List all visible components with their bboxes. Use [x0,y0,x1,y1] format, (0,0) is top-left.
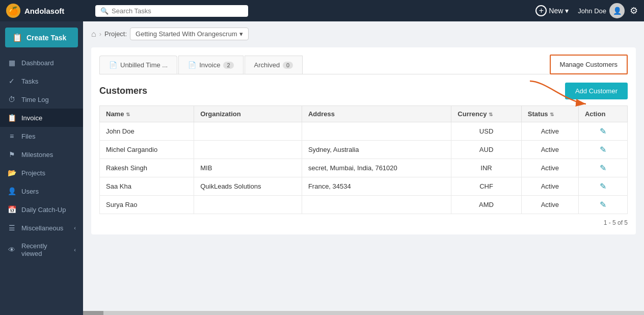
dashboard-icon: ▦ [7,59,16,67]
plus-circle-icon: + [535,5,547,16]
sidebar-item-timelog[interactable]: ⏱ Time Log [0,90,83,109]
cell-name: Rakesh Singh [100,159,194,177]
brand-logo-area: 🍊 Andolasoft [6,4,89,18]
edit-icon[interactable]: ✎ [600,164,606,172]
top-navigation: 🍊 Andolasoft 🔍 + New ▾ John Doe 👤 ⚙ [0,0,644,21]
scrollbar-thumb[interactable] [83,311,103,315]
cell-currency: AMD [451,196,522,214]
sidebar-item-label: Milestones [21,151,76,159]
cell-name: Saa Kha [100,177,194,196]
table-row: Surya Rao AMD Active ✎ [100,196,628,214]
cell-status: Active [521,122,578,141]
cell-action: ✎ [578,159,627,177]
dailycatchup-icon: 📅 [7,205,16,214]
table-header-row: Name ⇅ Organization Address Currency ⇅ S… [100,106,628,122]
brand-name: Andolasoft [24,7,64,15]
sidebar-item-files[interactable]: ≡ Files [0,127,83,145]
sidebar-item-label: Invoice [21,114,76,122]
tab-invoice[interactable]: 📄 Invoice 2 [178,56,243,74]
sidebar-item-label: Tasks [21,77,76,85]
search-icon: 🔍 [100,7,109,15]
cell-status: Active [521,196,578,214]
new-label: New [549,7,563,15]
add-customer-label: Add Customer [575,87,618,95]
cell-organization: MIB [194,159,302,177]
sidebar-item-dailycatchup[interactable]: 📅 Daily Catch-Up [0,200,83,219]
content-card: 📄 Unbilled Time ... 📄 Invoice 2 Archived… [91,47,636,234]
invoice-tab-icon: 📄 [188,61,196,69]
main-content: ⌂ › Project: Getting Started With Orange… [83,21,644,315]
add-customer-button[interactable]: Add Customer [565,83,628,99]
sidebar-item-label: Time Log [21,96,76,103]
search-input[interactable] [112,7,243,15]
tab-label: Invoice [199,61,220,69]
cell-organization: QuikLeads Solutions [194,177,302,196]
table-row: Saa Kha QuikLeads Solutions France, 3453… [100,177,628,196]
edit-icon[interactable]: ✎ [600,145,606,154]
manage-customers-button[interactable]: Manage Customers [550,55,628,74]
sidebar-item-invoice[interactable]: 📋 Invoice [0,109,83,127]
brand-icon: 🍊 [6,4,20,18]
section-title: Customers [99,86,147,96]
sidebar-item-label: Dashboard [21,59,76,67]
sidebar-item-label: Users [21,188,76,195]
breadcrumb: ⌂ › Project: Getting Started With Orange… [91,28,636,40]
home-icon[interactable]: ⌂ [91,30,96,39]
sort-icon: ⇅ [126,112,130,117]
sidebar-item-miscellaneous[interactable]: ☰ Miscellaneous ‹ [0,219,83,237]
sidebar-item-label: Daily Catch-Up [21,206,76,214]
gear-icon[interactable]: ⚙ [630,5,638,16]
project-name: Getting Started With Orangescrum [136,30,237,38]
tab-label: Archived [254,61,280,69]
sidebar-item-projects[interactable]: 📂 Projects [0,164,83,182]
cell-status: Active [521,177,578,196]
col-status: Status ⇅ [521,106,578,122]
sidebar-item-milestones[interactable]: ⚑ Milestones [0,145,83,164]
edit-icon[interactable]: ✎ [600,200,606,209]
edit-icon[interactable]: ✎ [600,182,606,191]
cell-currency: USD [451,122,522,141]
create-task-button[interactable]: 📋 Create Task [5,28,78,47]
cell-action: ✎ [578,122,627,141]
sidebar-item-label: Miscellaneous [21,224,69,232]
tasks-icon: ✓ [7,77,16,85]
chevron-left-icon: ‹ [74,225,76,231]
cell-address: Sydney, Australia [302,141,451,159]
users-icon: 👤 [7,187,16,195]
cell-status: Active [521,141,578,159]
invoice-icon: 📋 [7,114,16,122]
sidebar-item-recentlyviewed[interactable]: 👁 Recently viewed ‹ [0,237,83,262]
table-row: Michel Cargandio Sydney, Australia AUD A… [100,141,628,159]
col-organization: Organization [194,106,302,122]
sidebar-item-users[interactable]: 👤 Users [0,182,83,200]
user-info: John Doe 👤 [578,3,625,18]
tab-unbilled[interactable]: 📄 Unbilled Time ... [99,56,177,74]
cell-action: ✎ [578,141,627,159]
unbilled-tab-icon: 📄 [109,61,117,69]
table-row: John Doe USD Active ✎ [100,122,628,141]
cell-name: John Doe [100,122,194,141]
user-name: John Doe [578,7,606,15]
cell-organization [194,141,302,159]
cell-currency: INR [451,159,522,177]
new-button[interactable]: + New ▾ [531,3,573,18]
sidebar-item-tasks[interactable]: ✓ Tasks [0,72,83,90]
cell-organization [194,196,302,214]
sidebar: 📋 Create Task ▦ Dashboard ✓ Tasks ⏱ Time… [0,21,83,315]
horizontal-scrollbar[interactable] [83,311,644,315]
sidebar-item-label: Files [21,133,76,140]
edit-icon[interactable]: ✎ [600,127,606,136]
cell-action: ✎ [578,196,627,214]
files-icon: ≡ [7,132,16,140]
sort-icon: ⇅ [550,112,554,117]
cell-name: Surya Rao [100,196,194,214]
projects-icon: 📂 [7,169,16,177]
tab-archived[interactable]: Archived 0 [245,56,303,74]
project-selector[interactable]: Getting Started With Orangescrum ▾ [130,28,248,40]
col-address: Address [302,106,451,122]
sidebar-item-label: Recently viewed [21,242,69,257]
cell-status: Active [521,159,578,177]
sidebar-item-dashboard[interactable]: ▦ Dashboard [0,54,83,72]
search-box[interactable]: 🔍 [95,5,248,17]
archived-badge: 0 [283,62,293,69]
